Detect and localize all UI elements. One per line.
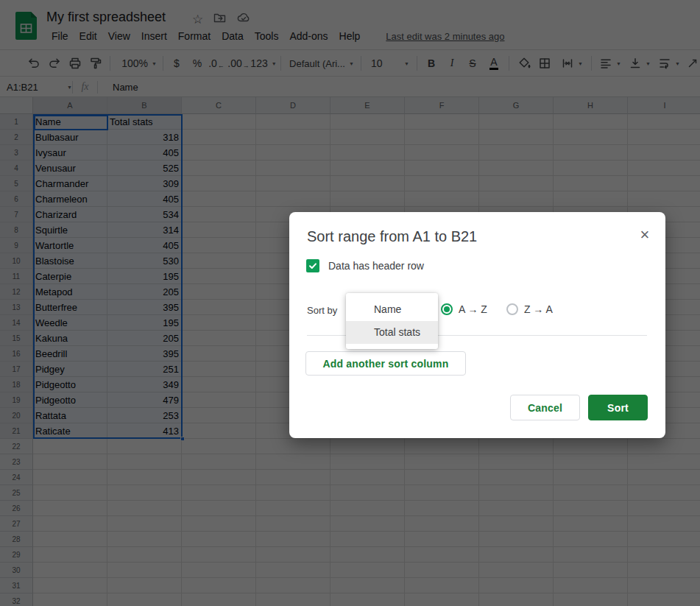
dialog-title: Sort range from A1 to B21 [307, 228, 477, 245]
add-sort-column-button[interactable]: Add another sort column [305, 351, 466, 376]
dropdown-option-name[interactable]: Name [346, 298, 438, 321]
radio-z-to-a-label[interactable]: Z → A [524, 303, 553, 315]
radio-z-to-a[interactable] [506, 303, 518, 315]
dropdown-option-total-stats[interactable]: Total stats [346, 321, 438, 344]
header-row-checkbox[interactable] [306, 259, 319, 272]
radio-a-to-z[interactable] [441, 303, 453, 315]
radio-a-to-z-label[interactable]: A → Z [459, 303, 487, 315]
header-row-checkbox-label[interactable]: Data has header row [328, 260, 424, 272]
cancel-button[interactable]: Cancel [510, 395, 580, 420]
sort-column-dropdown-menu: NameTotal stats [346, 293, 438, 349]
close-icon[interactable]: × [636, 226, 654, 244]
google-sheets-window: My first spreadsheet ☆ Last edit was 2 m… [0, 0, 700, 606]
sort-range-dialog: Sort range from A1 to B21 × Data has hea… [289, 212, 665, 438]
sort-by-label: Sort by [307, 305, 337, 316]
sort-button[interactable]: Sort [588, 395, 648, 420]
